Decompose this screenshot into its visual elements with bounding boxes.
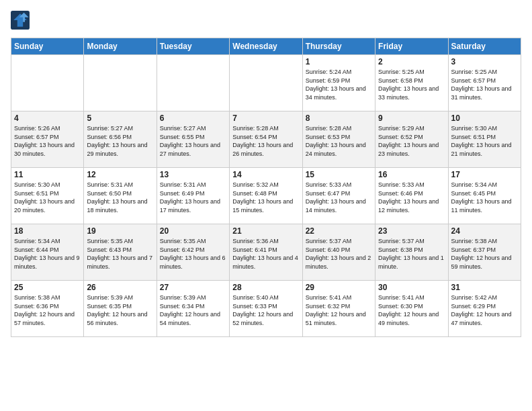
day-number: 2 — [378, 57, 445, 66]
day-info: Sunrise: 5:38 AMSunset: 6:36 PMDaylight:… — [14, 293, 81, 327]
day-cell: 30Sunrise: 5:41 AMSunset: 6:30 PMDayligh… — [375, 281, 448, 337]
day-cell: 28Sunrise: 5:40 AMSunset: 6:33 PMDayligh… — [230, 281, 302, 337]
day-info: Sunrise: 5:39 AMSunset: 6:35 PMDaylight:… — [87, 293, 153, 327]
day-cell: 29Sunrise: 5:41 AMSunset: 6:32 PMDayligh… — [302, 281, 375, 337]
logo-icon — [11, 11, 30, 30]
day-info: Sunrise: 5:27 AMSunset: 6:56 PMDaylight:… — [87, 124, 153, 158]
day-cell: 22Sunrise: 5:37 AMSunset: 6:40 PMDayligh… — [302, 224, 375, 281]
day-info: Sunrise: 5:30 AMSunset: 6:51 PMDaylight:… — [451, 124, 518, 158]
day-info: Sunrise: 5:24 AMSunset: 6:59 PMDaylight:… — [306, 68, 372, 101]
day-number: 20 — [160, 226, 226, 236]
day-cell: 17Sunrise: 5:34 AMSunset: 6:45 PMDayligh… — [448, 168, 521, 224]
day-cell — [11, 55, 84, 111]
day-info: Sunrise: 5:25 AMSunset: 6:57 PMDaylight:… — [451, 68, 518, 101]
day-number: 3 — [451, 57, 518, 66]
day-cell: 5Sunrise: 5:27 AMSunset: 6:56 PMDaylight… — [84, 111, 157, 168]
day-number: 16 — [378, 170, 445, 179]
day-number: 30 — [378, 283, 445, 292]
day-cell: 7Sunrise: 5:28 AMSunset: 6:54 PMDaylight… — [230, 111, 302, 168]
day-number: 25 — [14, 283, 81, 292]
day-info: Sunrise: 5:28 AMSunset: 6:54 PMDaylight:… — [232, 124, 299, 158]
day-number: 18 — [14, 226, 81, 236]
day-info: Sunrise: 5:35 AMSunset: 6:43 PMDaylight:… — [87, 237, 153, 271]
day-info: Sunrise: 5:41 AMSunset: 6:30 PMDaylight:… — [378, 293, 445, 327]
day-number: 11 — [14, 170, 81, 179]
day-number: 26 — [87, 283, 153, 292]
day-number: 31 — [451, 283, 518, 292]
day-cell: 9Sunrise: 5:29 AMSunset: 6:52 PMDaylight… — [375, 111, 448, 168]
day-info: Sunrise: 5:26 AMSunset: 6:57 PMDaylight:… — [14, 124, 81, 158]
day-info: Sunrise: 5:29 AMSunset: 6:52 PMDaylight:… — [378, 124, 445, 158]
day-info: Sunrise: 5:34 AMSunset: 6:45 PMDaylight:… — [451, 181, 518, 214]
day-number: 24 — [451, 226, 518, 236]
day-header-monday: Monday — [84, 38, 157, 55]
day-info: Sunrise: 5:28 AMSunset: 6:53 PMDaylight:… — [306, 124, 372, 158]
day-header-friday: Friday — [375, 38, 448, 55]
week-row-4: 18Sunrise: 5:34 AMSunset: 6:44 PMDayligh… — [11, 224, 521, 281]
day-number: 19 — [87, 226, 153, 236]
day-header-wednesday: Wednesday — [230, 38, 302, 55]
day-number: 29 — [306, 283, 372, 292]
day-cell: 13Sunrise: 5:31 AMSunset: 6:49 PMDayligh… — [157, 168, 229, 224]
day-cell: 18Sunrise: 5:34 AMSunset: 6:44 PMDayligh… — [11, 224, 84, 281]
day-cell: 23Sunrise: 5:37 AMSunset: 6:38 PMDayligh… — [375, 224, 448, 281]
day-cell: 14Sunrise: 5:32 AMSunset: 6:48 PMDayligh… — [230, 168, 302, 224]
day-info: Sunrise: 5:31 AMSunset: 6:49 PMDaylight:… — [160, 181, 226, 214]
day-cell: 27Sunrise: 5:39 AMSunset: 6:34 PMDayligh… — [157, 281, 229, 337]
week-row-1: 1Sunrise: 5:24 AMSunset: 6:59 PMDaylight… — [11, 55, 521, 111]
day-cell: 10Sunrise: 5:30 AMSunset: 6:51 PMDayligh… — [448, 111, 521, 168]
day-number: 1 — [306, 57, 372, 66]
day-cell: 31Sunrise: 5:42 AMSunset: 6:29 PMDayligh… — [448, 281, 521, 337]
day-cell: 25Sunrise: 5:38 AMSunset: 6:36 PMDayligh… — [11, 281, 84, 337]
day-header-thursday: Thursday — [302, 38, 375, 55]
day-info: Sunrise: 5:39 AMSunset: 6:34 PMDaylight:… — [160, 293, 226, 327]
day-cell: 15Sunrise: 5:33 AMSunset: 6:47 PMDayligh… — [302, 168, 375, 224]
day-info: Sunrise: 5:33 AMSunset: 6:47 PMDaylight:… — [306, 181, 372, 214]
day-number: 12 — [87, 170, 153, 179]
day-cell — [84, 55, 157, 111]
day-cell: 21Sunrise: 5:36 AMSunset: 6:41 PMDayligh… — [230, 224, 302, 281]
day-cell: 3Sunrise: 5:25 AMSunset: 6:57 PMDaylight… — [448, 55, 521, 111]
day-number: 10 — [451, 113, 518, 123]
day-cell: 6Sunrise: 5:27 AMSunset: 6:55 PMDaylight… — [157, 111, 229, 168]
week-row-3: 11Sunrise: 5:30 AMSunset: 6:51 PMDayligh… — [11, 168, 521, 224]
day-number: 13 — [160, 170, 226, 179]
day-cell: 16Sunrise: 5:33 AMSunset: 6:46 PMDayligh… — [375, 168, 448, 224]
day-info: Sunrise: 5:37 AMSunset: 6:38 PMDaylight:… — [378, 237, 445, 271]
day-info: Sunrise: 5:32 AMSunset: 6:48 PMDaylight:… — [232, 181, 299, 214]
day-header-sunday: Sunday — [11, 38, 84, 55]
day-info: Sunrise: 5:33 AMSunset: 6:46 PMDaylight:… — [378, 181, 445, 214]
day-cell: 4Sunrise: 5:26 AMSunset: 6:57 PMDaylight… — [11, 111, 84, 168]
day-cell: 20Sunrise: 5:35 AMSunset: 6:42 PMDayligh… — [157, 224, 229, 281]
header-row: SundayMondayTuesdayWednesdayThursdayFrid… — [11, 38, 521, 55]
day-number: 17 — [451, 170, 518, 179]
logo — [11, 11, 32, 30]
day-info: Sunrise: 5:27 AMSunset: 6:55 PMDaylight:… — [160, 124, 226, 158]
calendar-table: SundayMondayTuesdayWednesdayThursdayFrid… — [11, 38, 521, 337]
day-number: 28 — [232, 283, 299, 292]
day-number: 14 — [232, 170, 299, 179]
day-cell: 2Sunrise: 5:25 AMSunset: 6:58 PMDaylight… — [375, 55, 448, 111]
day-info: Sunrise: 5:38 AMSunset: 6:37 PMDaylight:… — [451, 237, 518, 271]
day-cell: 26Sunrise: 5:39 AMSunset: 6:35 PMDayligh… — [84, 281, 157, 337]
day-info: Sunrise: 5:34 AMSunset: 6:44 PMDaylight:… — [14, 237, 81, 271]
day-number: 21 — [232, 226, 299, 236]
page-header — [11, 11, 521, 30]
day-info: Sunrise: 5:37 AMSunset: 6:40 PMDaylight:… — [306, 237, 372, 271]
day-header-tuesday: Tuesday — [157, 38, 229, 55]
day-cell: 1Sunrise: 5:24 AMSunset: 6:59 PMDaylight… — [302, 55, 375, 111]
day-number: 22 — [306, 226, 372, 236]
day-number: 15 — [306, 170, 372, 179]
day-number: 23 — [378, 226, 445, 236]
day-number: 9 — [378, 113, 445, 123]
day-number: 8 — [306, 113, 372, 123]
day-cell: 24Sunrise: 5:38 AMSunset: 6:37 PMDayligh… — [448, 224, 521, 281]
day-number: 27 — [160, 283, 226, 292]
day-cell: 8Sunrise: 5:28 AMSunset: 6:53 PMDaylight… — [302, 111, 375, 168]
day-number: 4 — [14, 113, 81, 123]
day-info: Sunrise: 5:41 AMSunset: 6:32 PMDaylight:… — [306, 293, 372, 327]
day-number: 5 — [87, 113, 153, 123]
week-row-5: 25Sunrise: 5:38 AMSunset: 6:36 PMDayligh… — [11, 281, 521, 337]
week-row-2: 4Sunrise: 5:26 AMSunset: 6:57 PMDaylight… — [11, 111, 521, 168]
day-info: Sunrise: 5:40 AMSunset: 6:33 PMDaylight:… — [232, 293, 299, 327]
